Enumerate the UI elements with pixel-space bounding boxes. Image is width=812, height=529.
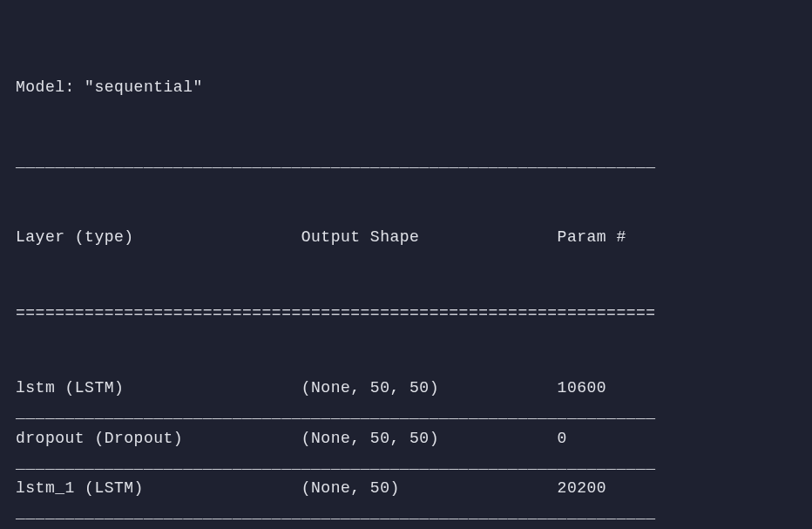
model-name-line: Model: "sequential" bbox=[16, 75, 796, 100]
divider-single: ________________________________________… bbox=[16, 401, 796, 426]
layer-row: lstm_1 (LSTM) (None, 50) 20200 bbox=[16, 476, 796, 501]
divider-single: ________________________________________… bbox=[16, 451, 796, 477]
model-summary-output: Model: "sequential" ____________________… bbox=[0, 0, 812, 529]
divider-single: ________________________________________… bbox=[16, 501, 796, 526]
divider-double: ========================================… bbox=[16, 301, 796, 326]
layer-row: dropout (Dropout) (None, 50, 50) 0 bbox=[16, 426, 796, 451]
divider-single: ________________________________________… bbox=[16, 150, 796, 175]
header-row: Layer (type) Output Shape Param # bbox=[16, 225, 796, 250]
layer-row: lstm (LSTM) (None, 50, 50) 10600 bbox=[16, 376, 796, 401]
